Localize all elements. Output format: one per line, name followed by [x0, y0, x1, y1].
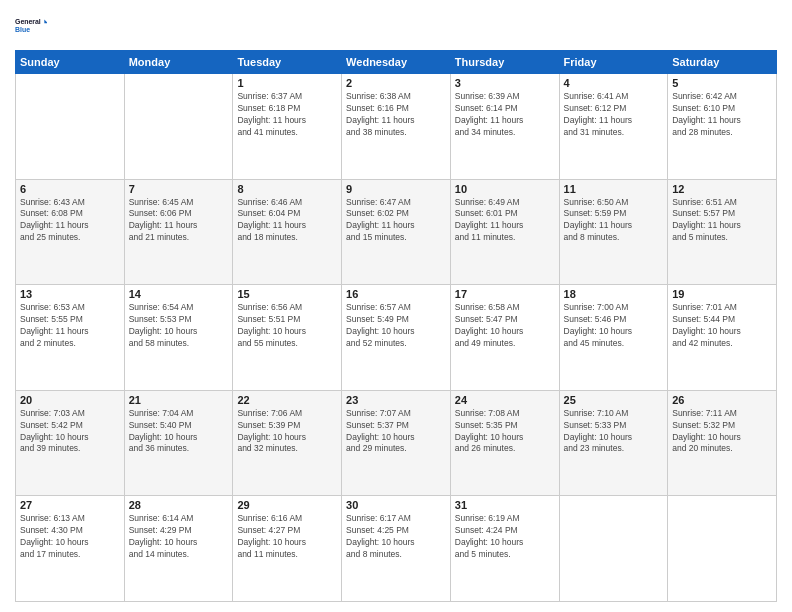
logo-svg: General Blue — [15, 10, 47, 42]
day-info: Sunrise: 7:08 AM Sunset: 5:35 PM Dayligh… — [455, 408, 555, 456]
day-number: 9 — [346, 183, 446, 195]
calendar-cell: 29Sunrise: 6:16 AM Sunset: 4:27 PM Dayli… — [233, 496, 342, 602]
svg-marker-3 — [44, 20, 47, 24]
day-number: 15 — [237, 288, 337, 300]
calendar-cell: 30Sunrise: 6:17 AM Sunset: 4:25 PM Dayli… — [342, 496, 451, 602]
day-info: Sunrise: 6:54 AM Sunset: 5:53 PM Dayligh… — [129, 302, 229, 350]
day-info: Sunrise: 7:01 AM Sunset: 5:44 PM Dayligh… — [672, 302, 772, 350]
day-info: Sunrise: 7:10 AM Sunset: 5:33 PM Dayligh… — [564, 408, 664, 456]
day-number: 28 — [129, 499, 229, 511]
day-number: 12 — [672, 183, 772, 195]
column-header-monday: Monday — [124, 51, 233, 74]
day-number: 21 — [129, 394, 229, 406]
day-number: 10 — [455, 183, 555, 195]
calendar-cell: 20Sunrise: 7:03 AM Sunset: 5:42 PM Dayli… — [16, 390, 125, 496]
calendar-cell: 2Sunrise: 6:38 AM Sunset: 6:16 PM Daylig… — [342, 74, 451, 180]
calendar-week-row: 6Sunrise: 6:43 AM Sunset: 6:08 PM Daylig… — [16, 179, 777, 285]
page: General Blue SundayMondayTuesdayWednesda… — [0, 0, 792, 612]
day-number: 16 — [346, 288, 446, 300]
day-info: Sunrise: 6:50 AM Sunset: 5:59 PM Dayligh… — [564, 197, 664, 245]
day-info: Sunrise: 6:56 AM Sunset: 5:51 PM Dayligh… — [237, 302, 337, 350]
day-number: 11 — [564, 183, 664, 195]
calendar: SundayMondayTuesdayWednesdayThursdayFrid… — [15, 50, 777, 602]
day-number: 4 — [564, 77, 664, 89]
column-header-wednesday: Wednesday — [342, 51, 451, 74]
column-header-tuesday: Tuesday — [233, 51, 342, 74]
calendar-cell: 24Sunrise: 7:08 AM Sunset: 5:35 PM Dayli… — [450, 390, 559, 496]
day-number: 25 — [564, 394, 664, 406]
column-header-friday: Friday — [559, 51, 668, 74]
calendar-cell — [16, 74, 125, 180]
calendar-cell: 7Sunrise: 6:45 AM Sunset: 6:06 PM Daylig… — [124, 179, 233, 285]
day-info: Sunrise: 6:41 AM Sunset: 6:12 PM Dayligh… — [564, 91, 664, 139]
day-info: Sunrise: 6:19 AM Sunset: 4:24 PM Dayligh… — [455, 513, 555, 561]
day-number: 31 — [455, 499, 555, 511]
calendar-week-row: 20Sunrise: 7:03 AM Sunset: 5:42 PM Dayli… — [16, 390, 777, 496]
day-number: 14 — [129, 288, 229, 300]
day-number: 2 — [346, 77, 446, 89]
calendar-cell: 31Sunrise: 6:19 AM Sunset: 4:24 PM Dayli… — [450, 496, 559, 602]
day-number: 7 — [129, 183, 229, 195]
logo: General Blue — [15, 10, 47, 42]
day-info: Sunrise: 7:00 AM Sunset: 5:46 PM Dayligh… — [564, 302, 664, 350]
calendar-cell: 15Sunrise: 6:56 AM Sunset: 5:51 PM Dayli… — [233, 285, 342, 391]
calendar-cell — [559, 496, 668, 602]
calendar-cell: 4Sunrise: 6:41 AM Sunset: 6:12 PM Daylig… — [559, 74, 668, 180]
day-info: Sunrise: 6:58 AM Sunset: 5:47 PM Dayligh… — [455, 302, 555, 350]
day-info: Sunrise: 6:38 AM Sunset: 6:16 PM Dayligh… — [346, 91, 446, 139]
column-header-thursday: Thursday — [450, 51, 559, 74]
day-info: Sunrise: 6:17 AM Sunset: 4:25 PM Dayligh… — [346, 513, 446, 561]
calendar-cell — [124, 74, 233, 180]
day-info: Sunrise: 6:45 AM Sunset: 6:06 PM Dayligh… — [129, 197, 229, 245]
calendar-cell: 1Sunrise: 6:37 AM Sunset: 6:18 PM Daylig… — [233, 74, 342, 180]
svg-text:Blue: Blue — [15, 26, 30, 33]
header: General Blue — [15, 10, 777, 42]
day-number: 29 — [237, 499, 337, 511]
day-info: Sunrise: 6:43 AM Sunset: 6:08 PM Dayligh… — [20, 197, 120, 245]
day-info: Sunrise: 7:11 AM Sunset: 5:32 PM Dayligh… — [672, 408, 772, 456]
calendar-week-row: 13Sunrise: 6:53 AM Sunset: 5:55 PM Dayli… — [16, 285, 777, 391]
day-number: 20 — [20, 394, 120, 406]
calendar-week-row: 1Sunrise: 6:37 AM Sunset: 6:18 PM Daylig… — [16, 74, 777, 180]
calendar-cell: 9Sunrise: 6:47 AM Sunset: 6:02 PM Daylig… — [342, 179, 451, 285]
calendar-cell: 11Sunrise: 6:50 AM Sunset: 5:59 PM Dayli… — [559, 179, 668, 285]
calendar-cell: 26Sunrise: 7:11 AM Sunset: 5:32 PM Dayli… — [668, 390, 777, 496]
day-info: Sunrise: 6:39 AM Sunset: 6:14 PM Dayligh… — [455, 91, 555, 139]
day-info: Sunrise: 6:49 AM Sunset: 6:01 PM Dayligh… — [455, 197, 555, 245]
calendar-cell: 12Sunrise: 6:51 AM Sunset: 5:57 PM Dayli… — [668, 179, 777, 285]
day-info: Sunrise: 7:07 AM Sunset: 5:37 PM Dayligh… — [346, 408, 446, 456]
day-number: 22 — [237, 394, 337, 406]
calendar-cell: 25Sunrise: 7:10 AM Sunset: 5:33 PM Dayli… — [559, 390, 668, 496]
day-number: 5 — [672, 77, 772, 89]
day-info: Sunrise: 6:37 AM Sunset: 6:18 PM Dayligh… — [237, 91, 337, 139]
calendar-cell: 8Sunrise: 6:46 AM Sunset: 6:04 PM Daylig… — [233, 179, 342, 285]
day-info: Sunrise: 6:57 AM Sunset: 5:49 PM Dayligh… — [346, 302, 446, 350]
calendar-cell: 17Sunrise: 6:58 AM Sunset: 5:47 PM Dayli… — [450, 285, 559, 391]
day-number: 26 — [672, 394, 772, 406]
day-number: 27 — [20, 499, 120, 511]
calendar-cell: 16Sunrise: 6:57 AM Sunset: 5:49 PM Dayli… — [342, 285, 451, 391]
calendar-cell: 5Sunrise: 6:42 AM Sunset: 6:10 PM Daylig… — [668, 74, 777, 180]
day-info: Sunrise: 7:06 AM Sunset: 5:39 PM Dayligh… — [237, 408, 337, 456]
day-info: Sunrise: 6:16 AM Sunset: 4:27 PM Dayligh… — [237, 513, 337, 561]
svg-text:General: General — [15, 18, 41, 25]
day-number: 30 — [346, 499, 446, 511]
day-info: Sunrise: 7:03 AM Sunset: 5:42 PM Dayligh… — [20, 408, 120, 456]
calendar-cell — [668, 496, 777, 602]
day-number: 23 — [346, 394, 446, 406]
calendar-cell: 28Sunrise: 6:14 AM Sunset: 4:29 PM Dayli… — [124, 496, 233, 602]
column-header-saturday: Saturday — [668, 51, 777, 74]
day-number: 17 — [455, 288, 555, 300]
calendar-header-row: SundayMondayTuesdayWednesdayThursdayFrid… — [16, 51, 777, 74]
day-number: 24 — [455, 394, 555, 406]
day-info: Sunrise: 7:04 AM Sunset: 5:40 PM Dayligh… — [129, 408, 229, 456]
day-info: Sunrise: 6:13 AM Sunset: 4:30 PM Dayligh… — [20, 513, 120, 561]
calendar-cell: 22Sunrise: 7:06 AM Sunset: 5:39 PM Dayli… — [233, 390, 342, 496]
day-info: Sunrise: 6:51 AM Sunset: 5:57 PM Dayligh… — [672, 197, 772, 245]
day-number: 1 — [237, 77, 337, 89]
day-number: 8 — [237, 183, 337, 195]
day-number: 19 — [672, 288, 772, 300]
day-info: Sunrise: 6:46 AM Sunset: 6:04 PM Dayligh… — [237, 197, 337, 245]
day-number: 6 — [20, 183, 120, 195]
day-number: 3 — [455, 77, 555, 89]
